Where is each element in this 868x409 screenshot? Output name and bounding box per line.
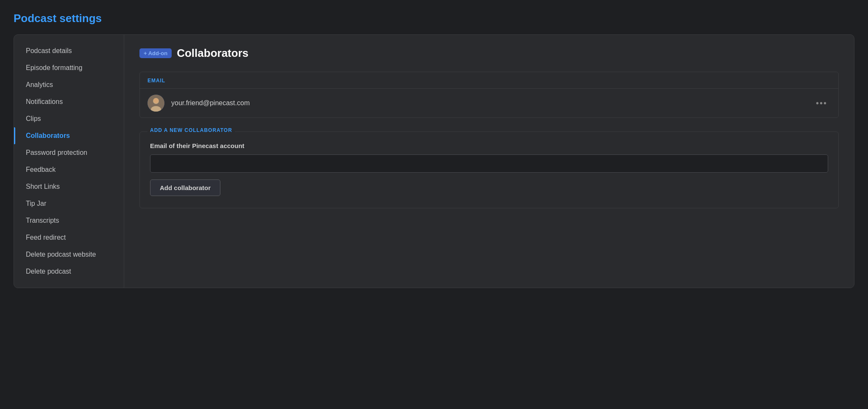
table-header: EMAIL [140, 72, 838, 89]
collaborators-table: EMAIL your.friend@pinecast.com••• [139, 72, 839, 118]
add-collaborator-label: ADD A NEW COLLABORATOR [147, 127, 235, 133]
sidebar-item-feed-redirect[interactable]: Feed redirect [14, 229, 124, 246]
add-collaborator-button[interactable]: Add collaborator [150, 179, 220, 196]
collaborator-more-button[interactable]: ••• [812, 97, 831, 110]
sidebar-item-transcripts[interactable]: Transcripts [14, 212, 124, 229]
svg-point-3 [153, 98, 159, 103]
email-column-header: EMAIL [147, 78, 165, 84]
sidebar-item-feedback[interactable]: Feedback [14, 161, 124, 178]
sidebar-item-delete-podcast[interactable]: Delete podcast [14, 263, 124, 280]
section-header: + Add-on Collaborators [139, 47, 839, 60]
collaborator-avatar [147, 95, 164, 112]
collaborator-email: your.friend@pinecast.com [171, 99, 812, 107]
addon-badge: + Add-on [139, 48, 172, 58]
sidebar-item-collaborators[interactable]: Collaborators [14, 127, 124, 144]
collaborator-row: your.friend@pinecast.com••• [140, 89, 838, 118]
collaborator-email-input[interactable] [150, 154, 828, 173]
section-title: Collaborators [177, 47, 248, 60]
sidebar-item-password-protection[interactable]: Password protection [14, 144, 124, 161]
sidebar-item-episode-formatting[interactable]: Episode formatting [14, 59, 124, 76]
email-field-label: Email of their Pinecast account [150, 142, 828, 149]
page-title: Podcast settings [14, 12, 854, 25]
sidebar-item-notifications[interactable]: Notifications [14, 93, 124, 110]
sidebar: Podcast detailsEpisode formattingAnalyti… [14, 35, 124, 288]
sidebar-item-analytics[interactable]: Analytics [14, 76, 124, 93]
sidebar-item-clips[interactable]: Clips [14, 110, 124, 127]
sidebar-item-podcast-details[interactable]: Podcast details [14, 42, 124, 59]
content-area: + Add-on Collaborators EMAIL your.friend… [124, 35, 854, 288]
sidebar-item-delete-podcast-website[interactable]: Delete podcast website [14, 246, 124, 263]
add-collaborator-section: ADD A NEW COLLABORATOR Email of their Pi… [139, 132, 839, 208]
sidebar-item-short-links[interactable]: Short Links [14, 178, 124, 195]
sidebar-item-tip-jar[interactable]: Tip Jar [14, 195, 124, 212]
main-card: Podcast detailsEpisode formattingAnalyti… [14, 34, 854, 288]
